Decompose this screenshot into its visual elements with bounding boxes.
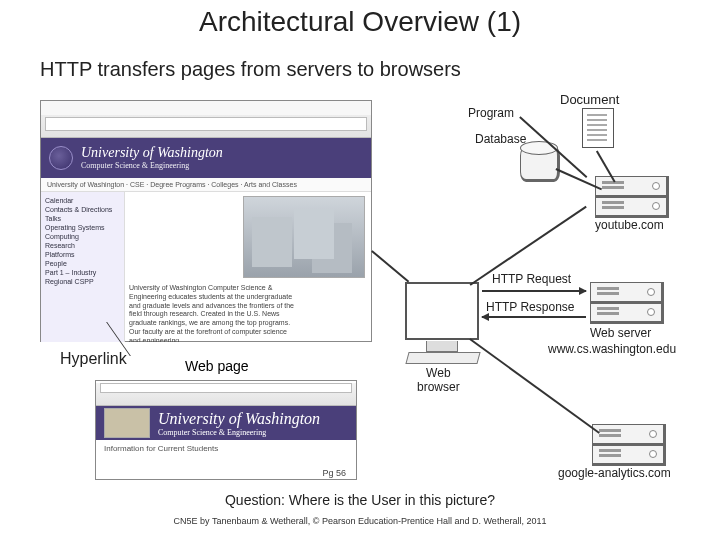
label-http-request: HTTP Request [492,272,571,286]
page-number: Pg 56 [322,468,346,478]
server-icon [590,282,664,304]
slide-subtitle: HTTP transfers pages from servers to bro… [40,58,461,81]
label-web-page: Web page [185,358,249,374]
nav-item[interactable]: Talks [45,214,120,223]
slide-question: Question: Where is the User in this pict… [0,492,720,508]
banner-subtitle: Computer Science & Engineering [158,428,320,437]
label-google-analytics: google-analytics.com [558,466,671,480]
breadcrumb: University of Washington · CSE · Degree … [41,178,371,192]
label-document: Document [560,92,619,107]
server-icon [595,176,669,198]
nav-item[interactable]: Operating Systems [45,223,120,232]
link-page-client [372,250,410,282]
side-nav[interactable]: Calendar Contacts & Directions Talks Ope… [41,192,125,342]
label-program: Program [468,106,514,120]
nav-item[interactable]: People [45,259,120,268]
banner-title: University of Washington [81,146,223,161]
label-server-host: www.cs.washington.edu [548,342,676,356]
label-http-response: HTTP Response [486,300,574,314]
hero-photo [243,196,365,278]
label-database: Database [475,132,526,146]
label-web-server: Web server [590,326,651,340]
label-youtube: youtube.com [595,218,664,232]
nav-item[interactable]: Platforms [45,250,120,259]
browser-window-top: University of Washington Computer Scienc… [40,100,372,342]
server-icon [590,302,664,324]
document-icon [582,108,614,148]
banner-title: University of Washington [158,410,320,428]
nav-item[interactable]: Contacts & Directions [45,205,120,214]
banner-subtitle: Computer Science & Engineering [81,161,223,170]
keyboard-icon [405,352,480,364]
browser-chrome [96,383,356,406]
nav-item[interactable]: Computing [45,232,120,241]
nav-item[interactable]: Part 1 – Industry [45,268,120,277]
nav-item[interactable]: Calendar [45,196,120,205]
label-web-browser: Web browser [417,366,460,394]
arrow-http-response [482,316,586,318]
server-icon [592,424,666,446]
hero-thumb [104,408,150,438]
site-banner: University of Washington Computer Scienc… [41,138,371,178]
arrow-http-request [482,290,586,292]
address-bar[interactable] [45,117,367,131]
uw-logo-icon [49,146,73,170]
subheading: Information for Current Students [96,440,356,457]
browser-chrome [41,101,371,138]
site-banner: University of Washington Computer Scienc… [96,406,356,440]
monitor-icon [405,282,479,340]
slide-credit: CN5E by Tanenbaum & Wetherall, © Pearson… [0,516,720,526]
server-icon [595,196,669,218]
browser-window-bottom: University of Washington Computer Scienc… [95,380,357,480]
slide-title: Architectural Overview (1) [0,6,720,38]
server-icon [592,444,666,466]
rendered-page: University of Washington Computer Scienc… [41,138,371,342]
nav-item[interactable]: Regional CSPP [45,277,120,286]
database-icon [520,146,560,182]
nav-item[interactable]: Research [45,241,120,250]
address-bar[interactable] [100,383,352,393]
label-hyperlink: Hyperlink [60,350,127,368]
